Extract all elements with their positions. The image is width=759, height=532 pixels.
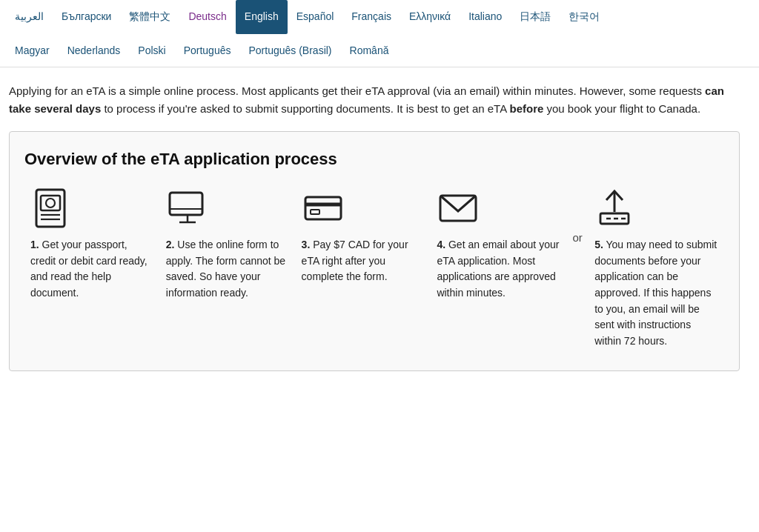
nav-row-1: العربيةБългарски繁體中文DeutschEnglishEspaño…	[6, 0, 753, 34]
step-1: 1. Get your passport, credit or debit ca…	[24, 187, 160, 302]
step-3: 3. Pay $7 CAD for your eTA right after y…	[296, 187, 431, 285]
intro-paragraph: Applying for an eTA is a simple online p…	[9, 82, 740, 118]
or-divider: or	[566, 187, 589, 244]
svg-rect-5	[170, 193, 202, 215]
svg-rect-11	[311, 210, 319, 214]
nav-item[interactable]: Português	[175, 34, 240, 67]
nav-item[interactable]: 繁體中文	[120, 0, 179, 34]
nav-item[interactable]: Português (Brasil)	[239, 34, 340, 67]
nav-item[interactable]: Español	[288, 0, 343, 34]
nav-item[interactable]: 한국어	[560, 0, 609, 34]
nav-item[interactable]: العربية	[6, 0, 53, 34]
step-num: 1.	[30, 239, 39, 250]
step-text-3: 3. Pay $7 CAD for your eTA right after y…	[302, 237, 425, 285]
nav-item[interactable]: Deutsch	[179, 0, 235, 34]
step-num: 4.	[437, 239, 445, 250]
step-5: 5. You may need to submit documents befo…	[589, 187, 724, 350]
nav-item[interactable]: Nederlands	[59, 34, 130, 67]
step-4: 4. Get an email about your eTA applicati…	[431, 187, 566, 302]
overview-box: Overview of the eTA application process …	[9, 131, 740, 371]
step-text-1: 1. Get your passport, credit or debit ca…	[30, 237, 154, 302]
content: Applying for an eTA is a simple online p…	[0, 67, 749, 380]
nav-item[interactable]: Italiano	[460, 0, 511, 34]
nav-item[interactable]: Български	[53, 0, 120, 34]
nav-row-2: MagyarNederlandsPolskiPortuguêsPortuguês…	[6, 34, 753, 67]
nav-item[interactable]: English	[236, 0, 288, 34]
passport-icon	[30, 187, 154, 230]
step-num: 5.	[594, 239, 603, 250]
email-icon	[437, 187, 560, 230]
step-text-2: 2. Use the online form to apply. The for…	[166, 237, 290, 302]
nav-item[interactable]: Română	[341, 34, 398, 67]
svg-rect-9	[305, 197, 341, 219]
steps-row: 1. Get your passport, credit or debit ca…	[24, 187, 724, 350]
card-icon	[302, 187, 425, 230]
nav-bar: العربيةБългарски繁體中文DeutschEnglishEspaño…	[0, 0, 759, 67]
step-2: 2. Use the online form to apply. The for…	[160, 187, 296, 302]
step-text-5: 5. You may need to submit documents befo…	[594, 237, 718, 350]
step-num: 2.	[166, 239, 175, 250]
upload-icon	[594, 187, 718, 230]
svg-point-2	[46, 199, 55, 207]
nav-item[interactable]: Magyar	[6, 34, 59, 67]
step-text-4: 4. Get an email about your eTA applicati…	[437, 237, 560, 302]
monitor-icon	[166, 187, 290, 230]
step-num: 3.	[302, 239, 311, 250]
nav-item[interactable]: Polski	[129, 34, 174, 67]
overview-title: Overview of the eTA application process	[24, 150, 724, 169]
nav-item[interactable]: 日本語	[511, 0, 560, 34]
nav-item[interactable]: Ελληνικά	[400, 0, 460, 34]
nav-item[interactable]: Français	[342, 0, 400, 34]
